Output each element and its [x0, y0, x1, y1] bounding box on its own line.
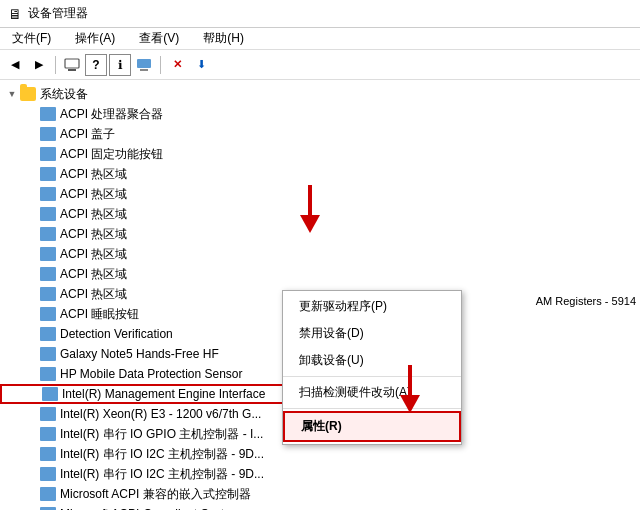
list-item[interactable]: Intel(R) 串行 IO I2C 主机控制器 - 9D... [0, 464, 430, 484]
device-icon [40, 247, 56, 261]
item-label: Intel(R) 串行 IO GPIO 主机控制器 - I... [60, 426, 263, 443]
device-icon [40, 427, 56, 441]
toolbar-computer[interactable] [61, 54, 83, 76]
device-icon [40, 127, 56, 141]
right-panel-text: AM Registers - 5914 [536, 295, 636, 307]
device-icon [40, 187, 56, 201]
item-label: ACPI 热区域 [60, 266, 127, 283]
list-item[interactable]: ACPI 处理器聚合器 [0, 104, 430, 124]
list-item[interactable]: ACPI 固定功能按钮 [0, 144, 430, 164]
toolbar-help[interactable]: ? [85, 54, 107, 76]
item-label: ACPI 热区域 [60, 286, 127, 303]
device-icon [40, 487, 56, 501]
svg-rect-1 [68, 69, 76, 71]
item-label: Intel(R) Xeon(R) E3 - 1200 v6/7th G... [60, 407, 261, 421]
detection-label: Detection Verification [60, 327, 173, 341]
device-icon [40, 347, 56, 361]
toolbar-sep-2 [160, 56, 161, 74]
item-label: ACPI 固定功能按钮 [60, 146, 163, 163]
item-label: ACPI 热区域 [60, 206, 127, 223]
device-icon [40, 447, 56, 461]
device-icon [40, 107, 56, 121]
intel-label: Intel(R) Management Engine Interface [62, 387, 265, 401]
root-label: 系统设备 [40, 86, 88, 103]
list-item[interactable]: Microsoft ACPI-Compliant System [0, 504, 430, 510]
menu-help[interactable]: 帮助(H) [199, 28, 248, 49]
toolbar-info[interactable]: ℹ [109, 54, 131, 76]
item-label: Microsoft ACPI 兼容的嵌入式控制器 [60, 486, 251, 503]
list-item[interactable]: ACPI 盖子 [0, 124, 430, 144]
svg-rect-3 [140, 69, 148, 71]
list-item[interactable]: ACPI 热区域 [0, 184, 430, 204]
device-icon [40, 327, 56, 341]
svg-rect-2 [137, 59, 151, 68]
tree-root[interactable]: ▼ 系统设备 [0, 84, 430, 104]
ctx-disable-device[interactable]: 禁用设备(D) [283, 320, 461, 347]
toolbar-download[interactable]: ⬇ [190, 54, 212, 76]
list-item[interactable]: ACPI 热区域 [0, 224, 430, 244]
item-label: Intel(R) 串行 IO I2C 主机控制器 - 9D... [60, 466, 264, 483]
title-bar-icon: 🖥 [8, 6, 22, 22]
device-icon [42, 387, 58, 401]
main-area: ▼ 系统设备 ACPI 处理器聚合器 ACPI 盖子 ACPI 固定功能按钮 A… [0, 80, 640, 510]
device-icon [40, 287, 56, 301]
toolbar-forward[interactable]: ▶ [28, 54, 50, 76]
ctx-properties[interactable]: 属性(R) [283, 411, 461, 442]
device-icon [40, 167, 56, 181]
device-icon [40, 147, 56, 161]
expand-icon-root: ▼ [4, 86, 20, 102]
ctx-update-driver[interactable]: 更新驱动程序(P) [283, 293, 461, 320]
list-item[interactable]: Microsoft ACPI 兼容的嵌入式控制器 [0, 484, 430, 504]
folder-icon-root [20, 87, 36, 101]
item-label: Intel(R) 串行 IO I2C 主机控制器 - 9D... [60, 446, 264, 463]
item-label: ACPI 处理器聚合器 [60, 106, 163, 123]
svg-rect-0 [65, 59, 79, 68]
device-icon [40, 267, 56, 281]
item-label: ACPI 热区域 [60, 186, 127, 203]
toolbar-monitor[interactable] [133, 54, 155, 76]
list-item[interactable]: ACPI 热区域 [0, 164, 430, 184]
device-icon [40, 407, 56, 421]
list-item[interactable]: ACPI 热区域 [0, 264, 430, 284]
item-label: ACPI 热区域 [60, 166, 127, 183]
title-bar: 🖥 设备管理器 [0, 0, 640, 28]
toolbar: ◀ ▶ ? ℹ ✕ ⬇ [0, 50, 640, 80]
menu-action[interactable]: 操作(A) [71, 28, 119, 49]
item-label: ACPI 盖子 [60, 126, 115, 143]
ctx-separator [283, 376, 461, 377]
item-label: ACPI 热区域 [60, 246, 127, 263]
device-icon [40, 307, 56, 321]
menu-bar: 文件(F) 操作(A) 查看(V) 帮助(H) [0, 28, 640, 50]
list-item[interactable]: ACPI 热区域 [0, 244, 430, 264]
ctx-separator-2 [283, 408, 461, 409]
context-menu: 更新驱动程序(P) 禁用设备(D) 卸载设备(U) 扫描检测硬件改动(A) 属性… [282, 290, 462, 445]
menu-view[interactable]: 查看(V) [135, 28, 183, 49]
item-label: Galaxy Note5 Hands-Free HF [60, 347, 219, 361]
item-label: HP Mobile Data Protection Sensor [60, 367, 243, 381]
toolbar-back[interactable]: ◀ [4, 54, 26, 76]
ctx-scan-hardware[interactable]: 扫描检测硬件改动(A) [283, 379, 461, 406]
device-icon [40, 207, 56, 221]
toolbar-delete[interactable]: ✕ [166, 54, 188, 76]
item-label: ACPI 热区域 [60, 226, 127, 243]
title-bar-text: 设备管理器 [28, 5, 88, 22]
list-item[interactable]: Intel(R) 串行 IO I2C 主机控制器 - 9D... [0, 444, 430, 464]
ctx-uninstall-device[interactable]: 卸载设备(U) [283, 347, 461, 374]
menu-file[interactable]: 文件(F) [8, 28, 55, 49]
device-icon [40, 467, 56, 481]
device-icon [40, 367, 56, 381]
list-item[interactable]: ACPI 热区域 [0, 204, 430, 224]
device-icon [40, 227, 56, 241]
item-label: ACPI 睡眠按钮 [60, 306, 139, 323]
toolbar-sep-1 [55, 56, 56, 74]
